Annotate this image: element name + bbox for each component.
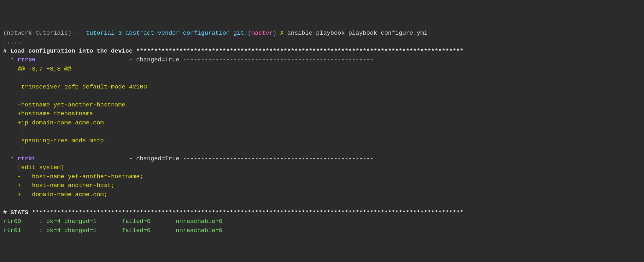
progress-dots: ...... xyxy=(3,38,25,45)
diff-edit-section: [edit system] xyxy=(3,164,64,171)
prompt-arrow-icon: → xyxy=(75,30,79,37)
prompt-git-label: git: xyxy=(233,30,248,37)
host-pad xyxy=(36,56,129,63)
diff-added-line: + host-name another-host; xyxy=(3,182,114,189)
prompt-cwd: tutorial-3-abstract-vendor-configuration xyxy=(86,30,230,37)
task-header: # Load configuration into the device ***… xyxy=(3,48,463,54)
diff-line: spanning-tree mode mstp xyxy=(3,137,104,144)
diff-line: ! xyxy=(3,146,25,153)
diff-added-line: +ip domain-name acme.com xyxy=(3,119,104,126)
host-name-rtr01: rtr01 xyxy=(18,155,36,162)
dash-line: ----------------------------------------… xyxy=(183,56,373,63)
prompt-paren-close: ) xyxy=(273,30,276,37)
diff-removed-line: -hostname yet-another-hostname xyxy=(3,101,126,108)
diff-added-line: +hostname thehostnama xyxy=(3,110,93,117)
host-pad xyxy=(36,155,129,162)
prompt-env: (network-tutorials) xyxy=(3,30,72,37)
host-bullet: * xyxy=(3,56,18,63)
prompt-dirty-icon: ✗ xyxy=(280,30,284,37)
stats-row-rtr00: rtr00 : ok=4 changed=1 failed=0 unreacha… xyxy=(3,218,223,225)
diff-line: ! xyxy=(3,92,25,99)
diff-hunk-header: @@ -8,7 +8,8 @@ xyxy=(3,66,72,72)
stats-header: # STATS ********************************… xyxy=(3,209,463,216)
diff-line: ! xyxy=(3,128,25,135)
diff-line: ! xyxy=(3,74,25,81)
diff-added-line: + domain-name acme.com; xyxy=(3,191,108,198)
diff-line: transceiver qsfp default-mode 4x10G xyxy=(3,83,147,90)
dash-line: ----------------------------------------… xyxy=(183,155,373,162)
terminal-output: (network-tutorials) → tutorial-3-abstrac… xyxy=(3,29,641,235)
prompt-git-branch: master xyxy=(251,30,273,37)
diff-removed-line: - host-name yet-another-hostname; xyxy=(3,173,143,180)
stats-row-rtr01: rtr01 : ok=4 changed=1 failed=0 unreacha… xyxy=(3,227,223,234)
command-input[interactable]: ansible-playbook playbook_configure.yml xyxy=(287,30,428,37)
host-name-rtr00: rtr00 xyxy=(18,56,36,63)
prompt-paren-open: ( xyxy=(248,30,251,37)
changed-status: - changed=True xyxy=(129,155,183,162)
host-bullet: * xyxy=(3,155,18,162)
changed-status: - changed=True xyxy=(129,56,183,63)
